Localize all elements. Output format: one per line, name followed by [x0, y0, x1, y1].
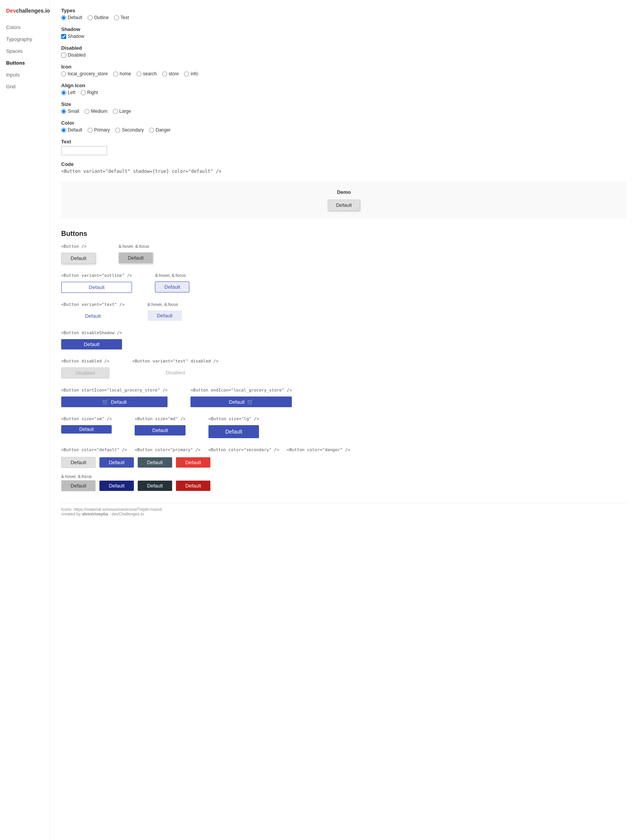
- icon-grocery-radio[interactable]: [61, 71, 66, 76]
- icon-grocery-label[interactable]: local_grocery_store: [61, 71, 108, 76]
- btn-outline-hover[interactable]: Default: [155, 281, 189, 292]
- icon-store-label[interactable]: store: [162, 71, 179, 76]
- shadow-text: Shadow: [68, 34, 84, 39]
- buttons-section: Buttons <Button /> Default &:hover, &:fo…: [61, 230, 627, 491]
- btn-end-icon[interactable]: Default 🛒: [190, 396, 292, 407]
- footer-created-by: created by: [61, 512, 82, 516]
- btn-text-hover[interactable]: Default: [148, 310, 182, 321]
- sidebar-item-spaces[interactable]: Spaces: [0, 45, 49, 57]
- btn-lg[interactable]: Default: [208, 425, 259, 438]
- type-outline-text: Outline: [94, 15, 109, 20]
- types-label: Types: [61, 8, 275, 13]
- code-label-text: <Button variant="text" />: [61, 302, 125, 307]
- icon-info-label[interactable]: info: [184, 71, 198, 76]
- shadow-checkbox[interactable]: [61, 34, 66, 39]
- type-default-label[interactable]: Default: [61, 15, 82, 20]
- btn-start-icon[interactable]: 🛒 Default: [61, 396, 168, 407]
- size-medium-text: Medium: [91, 109, 107, 114]
- disabled-checkbox[interactable]: [61, 53, 66, 58]
- sidebar-item-buttons[interactable]: Buttons: [0, 57, 49, 69]
- align-right-radio[interactable]: [81, 90, 86, 95]
- showcase-row-sizes: <Button size="sm" /> Default <Button siz…: [61, 416, 627, 438]
- color-danger-radio[interactable]: [149, 128, 154, 133]
- btn-text-disabled[interactable]: Disabled: [132, 367, 218, 378]
- btn-no-shadow[interactable]: Default: [61, 339, 122, 349]
- size-small-radio[interactable]: [61, 109, 66, 114]
- size-small-label[interactable]: Small: [61, 109, 79, 114]
- shadow-checkbox-label[interactable]: Shadow: [61, 34, 84, 39]
- type-text-text: Text: [120, 15, 129, 20]
- showcase-row-outline: <Button variant="outline" /> Default &:h…: [61, 273, 627, 293]
- type-outline-radio[interactable]: [88, 15, 93, 20]
- size-medium-radio[interactable]: [85, 109, 90, 114]
- size-large-label[interactable]: Large: [113, 109, 131, 114]
- icon-info-radio[interactable]: [184, 71, 189, 76]
- sidebar-item-colors[interactable]: Colors: [0, 21, 49, 33]
- align-left-radio[interactable]: [61, 90, 66, 95]
- color-default-radio[interactable]: [61, 128, 66, 133]
- showcase-row-icons: <Button startIcon="local_grocery_store" …: [61, 388, 627, 407]
- btn-color-danger-hover[interactable]: Default: [176, 481, 210, 491]
- code-label-end-icon: <Button endIcon="local_grocery_store" />: [190, 388, 292, 393]
- btn-outline-normal[interactable]: Default: [61, 282, 132, 293]
- hover-label-text: &:hover, &:focus: [148, 302, 182, 307]
- color-primary-label[interactable]: Primary: [88, 127, 110, 133]
- btn-color-secondary[interactable]: Default: [138, 457, 172, 468]
- showcase-col-disabled: <Button disabled /> Disabled: [61, 359, 109, 379]
- sidebar-item-typography[interactable]: Typography: [0, 33, 49, 45]
- icon-store-radio[interactable]: [162, 71, 167, 76]
- align-right-label[interactable]: Right: [81, 90, 98, 95]
- btn-default-normal[interactable]: Default: [61, 253, 96, 264]
- btn-md[interactable]: Default: [135, 425, 185, 435]
- color-primary-radio[interactable]: [88, 128, 93, 133]
- color-secondary-radio[interactable]: [115, 128, 120, 133]
- size-medium-label[interactable]: Medium: [85, 109, 107, 114]
- showcase-row-text: <Button variant="text" /> Default &:hove…: [61, 302, 627, 321]
- text-label: Text: [61, 139, 275, 145]
- code-label-text-disabled: <Button variant="text" disabled />: [132, 359, 218, 364]
- sidebar-item-grid[interactable]: Grid: [0, 81, 49, 93]
- btn-color-secondary-hover[interactable]: Default: [138, 481, 172, 491]
- disabled-checkbox-label[interactable]: Disabled: [61, 52, 86, 58]
- icon-search-radio[interactable]: [137, 71, 142, 76]
- color-secondary-label[interactable]: Secondary: [115, 127, 143, 133]
- icon-home-radio[interactable]: [113, 71, 118, 76]
- text-input[interactable]: [61, 146, 107, 155]
- btn-color-danger[interactable]: Default: [176, 457, 210, 468]
- footer-icons: Icons: https://material.io/resources/ico…: [61, 507, 627, 512]
- icon-group: Icon local_grocery_store home search sto…: [61, 64, 275, 76]
- showcase-col-no-shadow: <Button disableShadow /> Default: [61, 330, 122, 349]
- type-text-radio[interactable]: [114, 15, 119, 20]
- main-content: Types Default Outline Text Shadow Shadow…: [50, 0, 638, 840]
- btn-color-default[interactable]: Default: [61, 457, 96, 468]
- hover-label-outline: &:hover, &:focus: [155, 273, 189, 278]
- align-left-label[interactable]: Left: [61, 90, 75, 95]
- btn-default-hover[interactable]: Default: [119, 252, 153, 263]
- icon-info-text: info: [190, 71, 198, 76]
- icon-search-label[interactable]: search: [137, 71, 157, 76]
- btn-sm[interactable]: Default: [61, 425, 112, 434]
- type-default-radio[interactable]: [61, 15, 66, 20]
- type-text-label[interactable]: Text: [114, 15, 129, 20]
- shadow-checkbox-group: Shadow: [61, 34, 275, 39]
- size-large-radio[interactable]: [113, 109, 118, 114]
- icon-home-label[interactable]: home: [113, 71, 131, 76]
- types-group: Types Default Outline Text: [61, 8, 275, 20]
- icon-search-text: search: [143, 71, 157, 76]
- type-outline-label[interactable]: Outline: [88, 15, 109, 20]
- demo-area: Demo Default: [61, 182, 627, 218]
- btn-text-normal[interactable]: Default: [61, 311, 125, 321]
- btn-color-default-hover[interactable]: Default: [61, 480, 96, 491]
- shadow-group: Shadow Shadow: [61, 26, 275, 39]
- color-primary-text: Primary: [94, 127, 110, 133]
- sidebar-item-inputs[interactable]: Inputs: [0, 69, 49, 81]
- btn-disabled[interactable]: Disabled: [61, 367, 109, 379]
- color-default-label[interactable]: Default: [61, 127, 82, 133]
- demo-button[interactable]: Default: [328, 200, 360, 211]
- color-danger-label[interactable]: Danger: [149, 127, 171, 133]
- btn-color-primary[interactable]: Default: [99, 457, 134, 468]
- btn-color-primary-hover[interactable]: Default: [99, 481, 134, 491]
- sidebar: Devchallenges.io Colors Typography Space…: [0, 0, 50, 840]
- color-radio-group: Default Primary Secondary Danger: [61, 127, 275, 133]
- disabled-label: Disabled: [61, 45, 275, 51]
